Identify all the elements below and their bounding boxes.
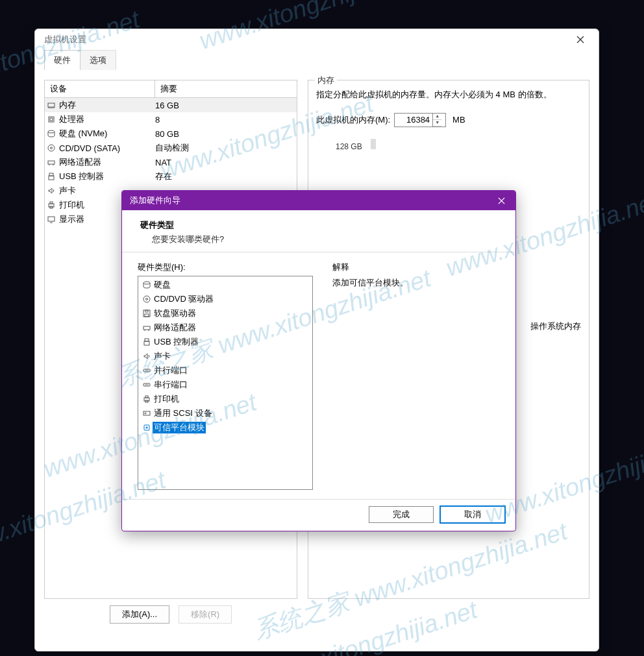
hardware-type-item[interactable]: CD/DVD 驱动器: [138, 292, 312, 306]
remove-hardware-button: 移除(R): [179, 605, 232, 624]
tpm-icon: [142, 423, 151, 432]
wizard-cancel-button[interactable]: 取消: [440, 506, 505, 523]
guest-os-memory-note: 操作系统内存: [530, 321, 581, 332]
hardware-type-item[interactable]: 网络适配器: [138, 321, 312, 335]
device-summary: NAT: [155, 158, 297, 167]
cpu-icon: [47, 115, 56, 124]
memory-icon: [47, 101, 56, 110]
device-row[interactable]: 硬盘 (NVMe)80 GB: [45, 127, 297, 141]
disk-icon: [142, 280, 151, 289]
device-icon-wrap: [45, 101, 58, 110]
memory-spinner[interactable]: ▲ ▼: [394, 113, 446, 127]
display-icon: [47, 215, 56, 224]
wizard-header: 硬件类型 您要安装哪类硬件?: [122, 210, 515, 252]
disk-icon: [47, 129, 56, 138]
hardware-type-item[interactable]: 串行端口: [138, 378, 312, 392]
slider-track[interactable]: [371, 139, 376, 149]
device-row[interactable]: 内存16 GB: [45, 98, 297, 112]
hw-item-label: 打印机: [153, 393, 179, 405]
tab-hardware[interactable]: 硬件: [44, 50, 80, 70]
settings-title: 虚拟机设置: [44, 34, 567, 45]
hardware-type-item[interactable]: 并行端口: [138, 363, 312, 378]
device-row[interactable]: 网络适配器NAT: [45, 155, 297, 169]
device-row[interactable]: CD/DVD (SATA)自动检测: [45, 141, 297, 155]
usb-icon: [47, 172, 56, 181]
memory-panel-desc: 指定分配给此虚拟机的内存量。内存大小必须为 4 MB 的倍数。: [316, 88, 581, 101]
wizard-finish-button[interactable]: 完成: [369, 506, 434, 523]
device-icon-wrap: [45, 186, 58, 195]
memory-panel-title: 内存: [315, 75, 337, 86]
memory-label: 此虚拟机的内存(M):: [316, 114, 390, 126]
device-summary: 存在: [155, 171, 297, 182]
device-name: 内存: [58, 99, 155, 111]
net-icon: [47, 158, 56, 167]
device-summary: 自动检测: [155, 142, 297, 154]
hardware-type-label: 硬件类型(H):: [138, 261, 313, 273]
hw-item-label: 网络适配器: [153, 322, 196, 334]
hardware-type-item[interactable]: USB 控制器: [138, 335, 312, 349]
wizard-footer: 完成 取消: [122, 499, 515, 529]
device-list-header: 设备 摘要: [45, 80, 297, 98]
cd-icon: [47, 143, 56, 152]
device-icon-wrap: [45, 172, 58, 181]
port-icon: [142, 380, 151, 389]
device-row[interactable]: 处理器8: [45, 112, 297, 127]
close-icon: [498, 197, 505, 204]
device-summary: 8: [155, 115, 297, 125]
hw-item-label: CD/DVD 驱动器: [153, 293, 214, 305]
net-icon: [142, 323, 151, 332]
spin-down-icon[interactable]: ▼: [433, 120, 441, 127]
device-icon-wrap: [45, 158, 58, 167]
hw-item-icon-wrap: [141, 409, 153, 418]
hardware-type-listbox[interactable]: 硬盘CD/DVD 驱动器软盘驱动器网络适配器USB 控制器声卡并行端口串行端口打…: [138, 276, 313, 490]
tab-options[interactable]: 选项: [80, 50, 116, 70]
hw-item-icon-wrap: [141, 337, 153, 346]
hw-item-icon-wrap: [141, 423, 153, 432]
wizard-close-button[interactable]: [489, 193, 513, 208]
hw-item-label: 通用 SCSI 设备: [153, 407, 212, 419]
hw-item-label: 可信平台模块: [153, 422, 206, 433]
device-summary: 80 GB: [155, 129, 297, 139]
device-row[interactable]: USB 控制器存在: [45, 169, 297, 184]
settings-close-button[interactable]: [567, 32, 593, 47]
hardware-type-item[interactable]: 打印机: [138, 392, 312, 406]
spin-up-icon[interactable]: ▲: [433, 114, 441, 120]
slider-tick-128gb: 128 GB: [336, 142, 362, 151]
usb-icon: [142, 337, 151, 346]
hardware-type-item[interactable]: 通用 SCSI 设备: [138, 406, 312, 420]
floppy-icon: [142, 309, 151, 318]
col-summary: 摘要: [155, 80, 297, 97]
hw-item-icon-wrap: [141, 380, 153, 389]
spinner-buttons[interactable]: ▲ ▼: [432, 114, 441, 127]
hw-item-label: USB 控制器: [153, 336, 199, 348]
hardware-type-item[interactable]: 声卡: [138, 349, 312, 363]
hw-item-icon-wrap: [141, 395, 153, 404]
device-icon-wrap: [45, 200, 58, 210]
sound-icon: [142, 352, 151, 361]
wizard-header-subtitle: 您要安装哪类硬件?: [152, 234, 497, 245]
device-icon-wrap: [45, 129, 58, 138]
hardware-type-item[interactable]: 硬盘: [138, 278, 312, 292]
hw-item-label: 软盘驱动器: [153, 308, 196, 319]
sound-icon: [47, 186, 56, 195]
memory-input[interactable]: [395, 115, 432, 125]
hw-item-icon-wrap: [141, 323, 153, 332]
port-icon: [142, 366, 151, 375]
hardware-type-item[interactable]: 软盘驱动器: [138, 306, 312, 321]
printer-icon: [47, 200, 56, 210]
hardware-type-item[interactable]: 可信平台模块: [138, 420, 312, 435]
add-hardware-button[interactable]: 添加(A)...: [110, 605, 169, 624]
cd-icon: [142, 295, 151, 304]
col-device: 设备: [45, 80, 155, 97]
explain-label: 解释: [332, 261, 500, 273]
device-name: 硬盘 (NVMe): [58, 128, 155, 140]
memory-slider[interactable]: 128 GB: [316, 139, 581, 151]
device-icon-wrap: [45, 115, 58, 124]
device-icon-wrap: [45, 143, 58, 152]
hw-item-icon-wrap: [141, 295, 153, 304]
hw-item-label: 串行端口: [153, 379, 188, 391]
add-hardware-wizard: 添加硬件向导 硬件类型 您要安装哪类硬件? 硬件类型(H): 硬盘CD/DVD …: [121, 190, 516, 531]
settings-tabs: 硬件 选项: [35, 50, 599, 71]
memory-unit: MB: [452, 115, 465, 125]
hw-item-icon-wrap: [141, 366, 153, 375]
